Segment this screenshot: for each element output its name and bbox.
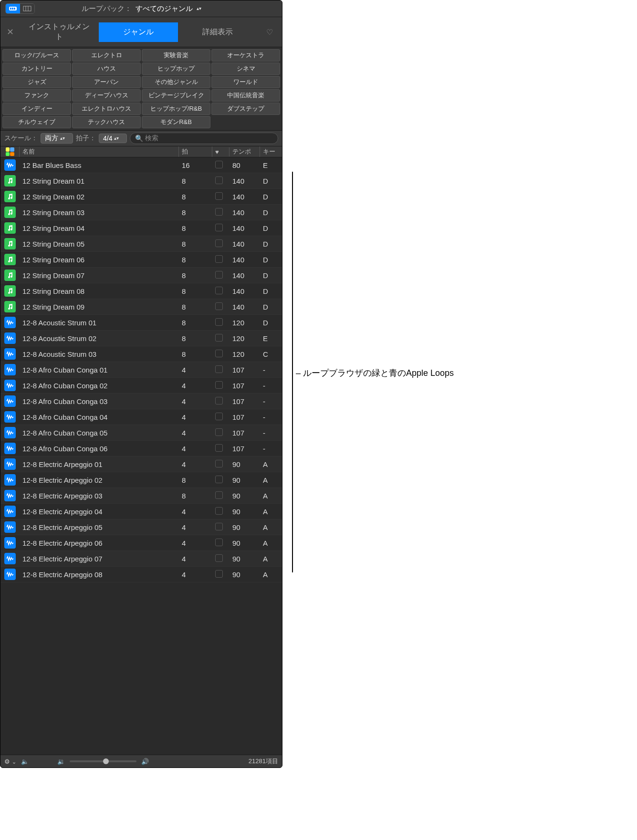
genre-button[interactable]: シネマ: [211, 62, 280, 75]
loop-favorite[interactable]: [212, 176, 230, 186]
genre-button[interactable]: ヒップホップ: [142, 62, 210, 75]
genre-button[interactable]: 中国伝統音楽: [211, 89, 280, 102]
loop-favorite[interactable]: [212, 208, 230, 217]
table-row[interactable]: 12-8 Electric Arpeggio 04490A: [0, 504, 282, 519]
table-row[interactable]: 12-8 Afro Cuban Conga 014107-: [0, 362, 282, 378]
table-row[interactable]: 12 String Dream 098140D: [0, 299, 282, 315]
loop-favorite[interactable]: [212, 224, 230, 233]
loop-list[interactable]: 12 Bar Blues Bass1680E12 String Dream 01…: [0, 157, 282, 755]
table-row[interactable]: 12-8 Electric Arpeggio 01490A: [0, 456, 282, 472]
loop-favorite[interactable]: [212, 428, 230, 437]
column-tempo[interactable]: テンポ: [230, 146, 260, 157]
genre-button[interactable]: オーケストラ: [211, 49, 280, 62]
loop-favorite[interactable]: [212, 444, 230, 453]
table-row[interactable]: 12 String Dream 018140D: [0, 173, 282, 189]
loop-favorite[interactable]: [212, 287, 230, 296]
tab-instrument[interactable]: インストゥルメント: [20, 17, 99, 47]
loop-favorite[interactable]: [212, 255, 230, 264]
table-row[interactable]: 12-8 Afro Cuban Conga 024107-: [0, 378, 282, 394]
genre-button[interactable]: カントリー: [2, 62, 71, 75]
genre-button[interactable]: テックハウス: [72, 116, 141, 128]
table-row[interactable]: 12 String Dream 068140D: [0, 252, 282, 268]
table-row[interactable]: 12-8 Electric Arpeggio 02890A: [0, 472, 282, 488]
table-row[interactable]: 12 String Dream 048140D: [0, 220, 282, 236]
column-key[interactable]: キー: [260, 146, 282, 157]
genre-button[interactable]: ダブステップ: [211, 103, 280, 115]
table-row[interactable]: 12-8 Afro Cuban Conga 044107-: [0, 409, 282, 425]
loop-favorite[interactable]: [212, 539, 230, 548]
search-input[interactable]: 🔍 検索: [130, 133, 278, 144]
genre-button[interactable]: 実験音楽: [142, 49, 210, 62]
genre-button[interactable]: ファンク: [2, 89, 71, 102]
loop-favorite[interactable]: [212, 350, 230, 359]
genre-button[interactable]: ジャズ: [2, 76, 71, 88]
table-row[interactable]: 12-8 Electric Arpeggio 05490A: [0, 519, 282, 535]
loop-favorite[interactable]: [212, 271, 230, 280]
loop-favorite[interactable]: [212, 491, 230, 500]
favorites-icon[interactable]: ♡: [260, 28, 279, 37]
beat-select[interactable]: 4/4 ▴▾: [99, 134, 127, 143]
table-row[interactable]: 12-8 Electric Arpeggio 06490A: [0, 535, 282, 551]
genre-button[interactable]: ビンテージブレイク: [142, 89, 210, 102]
loop-favorite[interactable]: [212, 397, 230, 406]
genre-button[interactable]: アーバン: [72, 76, 141, 88]
gear-icon[interactable]: ⚙︎ ⌄: [4, 758, 16, 765]
close-icon[interactable]: ✕: [0, 27, 20, 37]
loop-favorite[interactable]: [212, 161, 230, 170]
color-filter-icon[interactable]: [0, 146, 20, 157]
view-button-button[interactable]: [6, 4, 20, 13]
genre-button[interactable]: ロック/ブルース: [2, 49, 71, 62]
genre-button[interactable]: ワールド: [211, 76, 280, 88]
loop-favorite[interactable]: [212, 554, 230, 563]
table-row[interactable]: 12-8 Acoustic Strum 038120C: [0, 346, 282, 362]
table-row[interactable]: 12-8 Electric Arpeggio 08490A: [0, 567, 282, 582]
genre-button[interactable]: ヒップホップ/R&B: [142, 103, 210, 115]
column-favorite[interactable]: ♥: [212, 147, 230, 156]
loop-favorite[interactable]: [212, 476, 230, 485]
view-column-button[interactable]: [20, 4, 34, 13]
table-row[interactable]: 12-8 Afro Cuban Conga 034107-: [0, 394, 282, 409]
loop-tempo: 140: [230, 303, 260, 311]
genre-button[interactable]: チルウェイブ: [2, 116, 71, 128]
loop-favorite[interactable]: [212, 365, 230, 374]
loop-favorite[interactable]: [212, 413, 230, 422]
loop-favorite[interactable]: [212, 239, 230, 249]
loop-favorite[interactable]: [212, 523, 230, 532]
loop-pack-value-dropdown[interactable]: すべてのジャンル ▴▾: [136, 4, 201, 13]
loop-favorite[interactable]: [212, 302, 230, 311]
loop-favorite[interactable]: [212, 460, 230, 469]
loop-favorite[interactable]: [212, 318, 230, 327]
loop-favorite[interactable]: [212, 570, 230, 579]
table-row[interactable]: 12-8 Electric Arpeggio 03890A: [0, 488, 282, 504]
loop-favorite[interactable]: [212, 381, 230, 390]
table-row[interactable]: 12 Bar Blues Bass1680E: [0, 157, 282, 173]
genre-button[interactable]: その他ジャンル: [142, 76, 210, 88]
tab-genre[interactable]: ジャンル: [99, 22, 178, 42]
table-row[interactable]: 12-8 Afro Cuban Conga 054107-: [0, 425, 282, 441]
table-row[interactable]: 12-8 Acoustic Strum 018120D: [0, 315, 282, 331]
table-row[interactable]: 12 String Dream 088140D: [0, 283, 282, 299]
column-beats[interactable]: 拍: [179, 146, 212, 157]
table-row[interactable]: 12 String Dream 058140D: [0, 236, 282, 252]
loop-pack-selector[interactable]: ループパック： すべてのジャンル ▴▾: [82, 4, 201, 13]
volume-slider[interactable]: [70, 760, 136, 762]
scale-select[interactable]: 両方 ▴▾: [41, 133, 73, 144]
genre-button[interactable]: モダンR&B: [142, 116, 210, 128]
table-row[interactable]: 12 String Dream 038140D: [0, 205, 282, 220]
table-row[interactable]: 12-8 Acoustic Strum 028120E: [0, 331, 282, 346]
genre-button[interactable]: エレクトロ: [72, 49, 141, 62]
column-name[interactable]: 名前: [20, 146, 179, 157]
genre-button[interactable]: ハウス: [72, 62, 141, 75]
volume-min-icon[interactable]: 🔈: [21, 758, 29, 765]
loop-favorite[interactable]: [212, 334, 230, 343]
tab-detail[interactable]: 詳細表示: [178, 22, 257, 42]
table-row[interactable]: 12-8 Afro Cuban Conga 064107-: [0, 441, 282, 456]
genre-button[interactable]: エレクトロハウス: [72, 103, 141, 115]
loop-favorite[interactable]: [212, 192, 230, 201]
table-row[interactable]: 12 String Dream 028140D: [0, 189, 282, 205]
table-row[interactable]: 12 String Dream 078140D: [0, 268, 282, 283]
table-row[interactable]: 12-8 Electric Arpeggio 07490A: [0, 551, 282, 567]
loop-favorite[interactable]: [212, 507, 230, 516]
genre-button[interactable]: ディープハウス: [72, 89, 141, 102]
genre-button[interactable]: インディー: [2, 103, 71, 115]
